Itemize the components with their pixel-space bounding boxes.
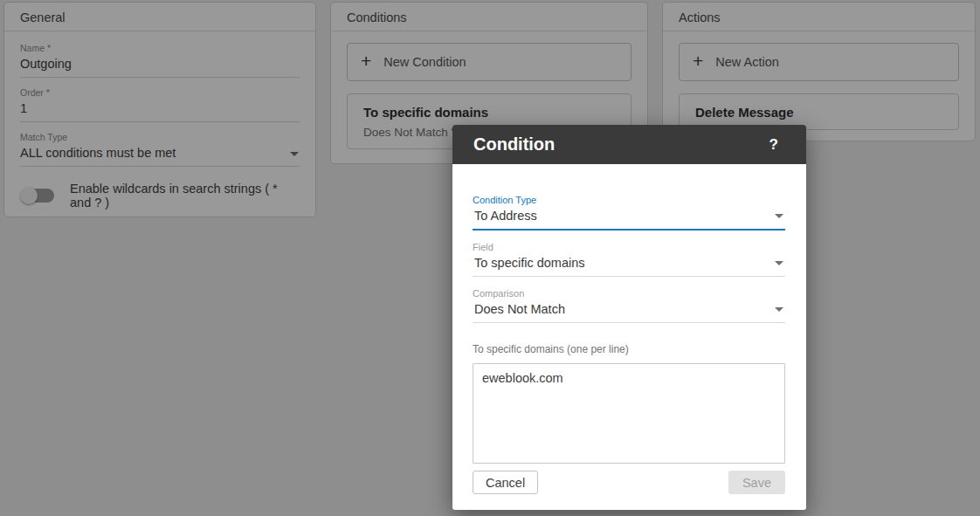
chevron-down-icon — [775, 307, 783, 312]
field-select-label: Field — [473, 242, 785, 253]
chevron-down-icon — [775, 261, 783, 265]
comparison-select-value: Does Not Match — [473, 302, 785, 317]
condition-dialog-body: Condition Type To Address Field To speci… — [452, 164, 806, 510]
dialog-footer: Cancel Save — [473, 471, 785, 494]
condition-type-label: Condition Type — [473, 195, 785, 206]
condition-type-select[interactable]: Condition Type To Address — [473, 195, 785, 230]
domains-textarea[interactable]: eweblook.com — [473, 363, 785, 464]
condition-type-value: To Address — [473, 209, 785, 224]
save-button[interactable]: Save — [728, 471, 785, 494]
dialog-title: Condition — [473, 134, 555, 155]
condition-dialog-header: Condition ? — [452, 125, 806, 164]
chevron-down-icon — [775, 214, 783, 218]
field-select-value: To specific domains — [473, 256, 785, 271]
comparison-select-label: Comparison — [473, 288, 785, 299]
comparison-select[interactable]: Comparison Does Not Match — [473, 288, 785, 323]
field-select[interactable]: Field To specific domains — [473, 242, 785, 277]
help-icon[interactable]: ? — [770, 136, 778, 154]
domains-textarea-label: To specific domains (one per line) — [473, 343, 785, 356]
condition-dialog: Condition ? Condition Type To Address Fi… — [452, 125, 806, 510]
cancel-button[interactable]: Cancel — [473, 471, 538, 494]
rule-editor-page: General Name * Outgoing Order * 1 Match … — [0, 0, 980, 516]
domains-field-group: To specific domains (one per line) ewebl… — [473, 343, 785, 464]
